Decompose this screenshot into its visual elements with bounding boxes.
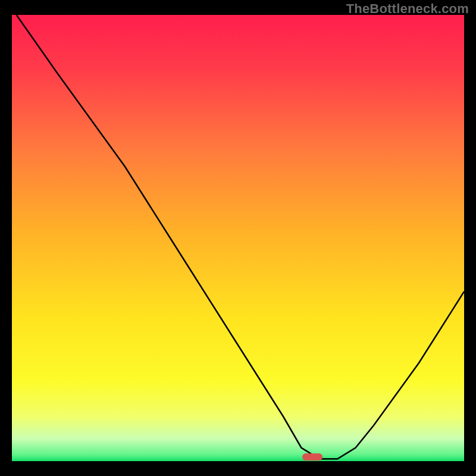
optimum-marker	[302, 453, 322, 461]
chart-plot	[12, 15, 464, 461]
bottleneck-curve	[12, 15, 464, 461]
chart-frame: TheBottleneck.com	[0, 0, 476, 476]
watermark-text: TheBottleneck.com	[346, 1, 469, 17]
